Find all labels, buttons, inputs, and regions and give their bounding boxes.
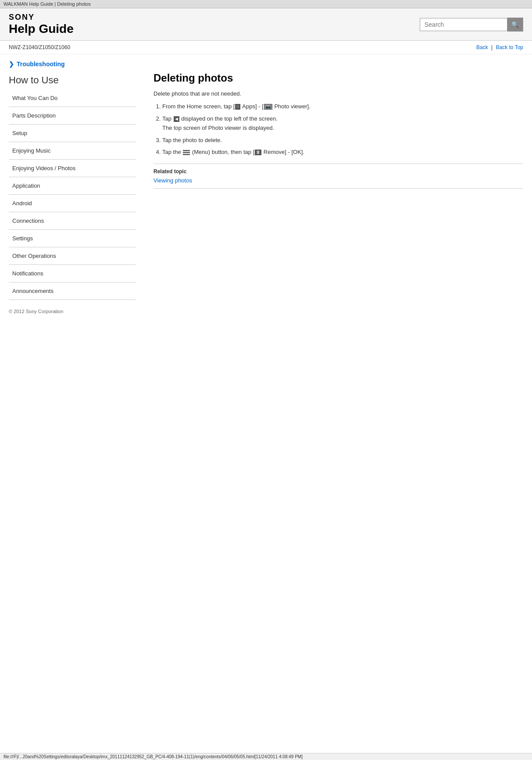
- sidebar-item-enjoying-music[interactable]: Enjoying Music: [9, 142, 136, 159]
- step-2: Tap ◀ displayed on the top left of the s…: [162, 114, 523, 132]
- chevron-right-icon: ❯: [9, 61, 14, 68]
- list-item: Enjoying Music: [9, 142, 136, 160]
- list-item: Parts Description: [9, 107, 136, 125]
- device-model: NWZ-Z1040/Z1050/Z1060: [9, 44, 70, 50]
- related-topic-label: Related topic: [154, 168, 523, 175]
- viewing-photos-link[interactable]: Viewing photos: [154, 177, 192, 184]
- browser-title-text: WALKMAN Help Guide | Deleting photos: [4, 1, 91, 7]
- step-1: From the Home screen, tap [⁝⁝ Apps] - [📷…: [162, 102, 523, 111]
- back-link[interactable]: Back: [476, 44, 488, 50]
- troubleshooting-label: Troubleshooting: [17, 61, 65, 68]
- sidebar-item-announcements[interactable]: Announcements: [9, 282, 136, 300]
- sidebar-item-setup[interactable]: Setup: [9, 125, 136, 142]
- list-item: What You Can Do: [9, 89, 136, 107]
- list-item: Connections: [9, 212, 136, 230]
- main-content: Deleting photos Delete photos that are n…: [145, 59, 523, 314]
- apps-icon: ⁝⁝: [235, 104, 240, 110]
- sidebar-item-application[interactable]: Application: [9, 177, 136, 194]
- step-4: Tap the (Menu) button, then tap [🗑 Remov…: [162, 148, 523, 157]
- nav-bar: NWZ-Z1040/Z1050/Z1060 Back | Back to Top: [0, 41, 532, 54]
- remove-icon: 🗑: [255, 150, 261, 155]
- step-3: Tap the photo to delete.: [162, 136, 523, 145]
- step-2-sub: The top screen of Photo viewer is displa…: [162, 124, 523, 132]
- hamburger-menu-icon: [183, 148, 190, 157]
- browser-title-bar: WALKMAN Help Guide | Deleting photos: [0, 0, 532, 8]
- related-topic-section: Related topic Viewing photos: [154, 164, 523, 189]
- search-input[interactable]: [420, 18, 507, 31]
- page-title: Deleting photos: [154, 72, 523, 84]
- list-item: Notifications: [9, 265, 136, 282]
- copyright-text: © 2012 Sony Corporation: [9, 309, 136, 314]
- main-layout: ❯ Troubleshooting How to Use What You Ca…: [0, 54, 532, 318]
- nav-separator: |: [491, 44, 493, 50]
- how-to-use-heading: How to Use: [9, 75, 136, 86]
- search-icon: 🔍: [511, 21, 519, 28]
- svg-rect-1: [183, 152, 190, 153]
- header-logo-area: SONY Help Guide: [9, 13, 74, 36]
- list-item: Settings: [9, 230, 136, 247]
- sidebar-item-connections[interactable]: Connections: [9, 212, 136, 229]
- back-left-icon: ◀: [174, 116, 179, 122]
- sidebar-item-what-you-can-do[interactable]: What You Can Do: [9, 89, 136, 107]
- sidebar-nav: What You Can Do Parts Description Setup …: [9, 89, 136, 300]
- sony-logo: SONY: [9, 13, 74, 22]
- list-item: Application: [9, 177, 136, 195]
- intro-text: Delete photos that are not needed.: [154, 90, 523, 97]
- list-item: Enjoying Videos / Photos: [9, 160, 136, 177]
- list-item: Setup: [9, 125, 136, 142]
- list-item: Android: [9, 195, 136, 212]
- steps-list: From the Home screen, tap [⁝⁝ Apps] - [📷…: [162, 102, 523, 157]
- sidebar-item-enjoying-videos-photos[interactable]: Enjoying Videos / Photos: [9, 160, 136, 177]
- back-to-top-link[interactable]: Back to Top: [496, 44, 523, 50]
- help-guide-title: Help Guide: [9, 22, 74, 36]
- sidebar: ❯ Troubleshooting How to Use What You Ca…: [9, 59, 145, 314]
- list-item: Announcements: [9, 282, 136, 300]
- header-search-area: 🔍: [420, 18, 523, 32]
- sidebar-item-settings[interactable]: Settings: [9, 230, 136, 247]
- sidebar-item-parts-description[interactable]: Parts Description: [9, 107, 136, 124]
- svg-rect-0: [183, 150, 190, 151]
- search-button[interactable]: 🔍: [507, 18, 523, 32]
- list-item: Other Operations: [9, 247, 136, 265]
- nav-links: Back | Back to Top: [476, 44, 523, 50]
- svg-rect-2: [183, 154, 190, 155]
- sidebar-item-notifications[interactable]: Notifications: [9, 265, 136, 282]
- sidebar-item-android[interactable]: Android: [9, 195, 136, 212]
- photo-viewer-icon: 📷: [264, 104, 272, 110]
- sidebar-item-other-operations[interactable]: Other Operations: [9, 247, 136, 264]
- troubleshooting-link[interactable]: ❯ Troubleshooting: [9, 61, 136, 68]
- page-header: SONY Help Guide 🔍: [0, 8, 532, 41]
